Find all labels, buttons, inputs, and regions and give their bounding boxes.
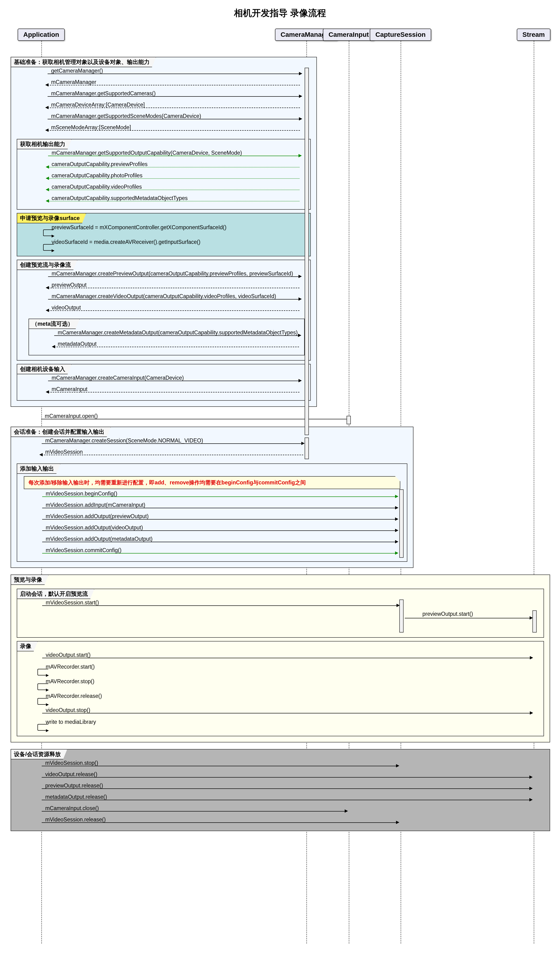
group-request-surface: 申请预览与录像surface previewSurfaceId = mXComp… (17, 213, 311, 256)
msg-create-preview-output: mCameraManager.createPreviewOutput(camer… (17, 271, 310, 282)
group-record: 录像 videoOutput.start() mAVRecorder.start… (17, 641, 544, 736)
msg-add-output-video: mVideoSession.addOutput(videoOutput) (17, 525, 407, 536)
msg-photo-profiles: cameraOutputCapability.photoProfiles (17, 173, 310, 184)
group-add-io: 添加输入输出 每次添加/移除输入输出时，均需要重新进行配置，即add、remov… (17, 463, 407, 562)
activation-stream (532, 610, 537, 632)
msg-preview-output-release: previewOutput.release() (11, 783, 550, 794)
participant-capture-session: CaptureSession (370, 28, 431, 41)
msg-get-supported-cameras: mCameraManager.getSupportedCameras() (11, 91, 316, 102)
msg-session-stop: mVideoSession.stop() (11, 761, 550, 771)
msg-avrecorder-release: mAVRecorder.release() (17, 693, 544, 707)
group-release: 设备/会话资源释放 mVideoSession.stop() videoOutp… (11, 749, 550, 831)
msg-return-camera-manager: mCameraManager (11, 79, 316, 90)
group-label: 预览与录像 (11, 575, 49, 585)
participant-application: Application (18, 28, 65, 41)
activation-cs-2 (400, 600, 404, 632)
note-reconfig: 每次添加/移除输入输出时，均需要重新进行配置，即add、remove操作均需要在… (24, 476, 400, 489)
msg-get-scene-modes: mCameraManager.getSupportedSceneModes(Ca… (11, 113, 316, 124)
msg-metadata-output-release: metadataOutput.release() (11, 794, 550, 805)
msg-return-device-array: mCameraDeviceArray:[CameraDevice] (11, 102, 316, 113)
msg-add-input: mVideoSession.addInput(mCameraInput) (17, 502, 407, 513)
group-output-capability: 获取相机输出能力 mCameraManager.getSupportedOutp… (17, 139, 311, 210)
msg-video-output-release: videoOutput.release() (11, 772, 550, 782)
group-label: 添加输入输出 (17, 463, 61, 474)
msg-add-output-preview: mVideoSession.addOutput(previewOutput) (17, 514, 407, 524)
group-preview-record: 预览与录像 启动会话，默认开启预览流 mVideoSession.start()… (11, 575, 550, 743)
group-label: 启动会话，默认开启预览流 (17, 589, 95, 599)
msg-session-release: mVideoSession.release() (11, 817, 550, 828)
group-create-input: 创建相机设备输入 mCameraManager.createCameraInpu… (17, 364, 311, 401)
msg-metadata-types: cameraOutputCapability.supportedMetadata… (17, 196, 310, 206)
msg-write-media-library: write to mediaLibrary (17, 719, 544, 733)
activation-cs (400, 490, 404, 558)
msg-video-profiles: cameraOutputCapability.videoProfiles (17, 184, 310, 195)
sequence-diagram: 相机开发指导 录像流程 Application CameraManager Ca… (5, 7, 555, 944)
msg-return-session: mVideoSession (11, 449, 413, 460)
msg-preview-output-start: previewOutput.start() (17, 611, 544, 624)
msg-return-metadata-output: metadataOutput (29, 341, 304, 352)
group-label: 创建预览流与录像流 (17, 260, 77, 270)
group-label: 录像 (17, 641, 38, 651)
group-label: 设备/会话资源释放 (11, 749, 67, 759)
group-meta-optional: （meta流可选） mCameraManager.createMetadataO… (28, 319, 305, 355)
group-basic-prepare: 基础准备：获取相机管理对象以及设备对象、输出能力 getCameraManage… (11, 57, 317, 407)
msg-get-output-capability: mCameraManager.getSupportedOutputCapabil… (17, 150, 310, 161)
group-label: 获取相机输出能力 (17, 139, 72, 149)
msg-video-output-start: videoOutput.start() (17, 652, 544, 663)
group-label: （meta流可选） (28, 319, 80, 329)
msg-video-surface-id: videoSurfaceId = media.createAVReceiver(… (17, 239, 310, 253)
msg-commit-config: mVideoSession.commitConfig() (17, 548, 407, 559)
msg-camera-input-close: mCameraInput.close() (11, 806, 550, 816)
msg-add-output-metadata: mVideoSession.addOutput(metadataOutput) (17, 536, 407, 547)
msg-return-scene-modes: mSceneModeArray:[SceneMode] (11, 125, 316, 136)
diagram-title: 相机开发指导 录像流程 (5, 7, 555, 19)
group-create-streams: 创建预览流与录像流 mCameraManager.createPreviewOu… (17, 260, 311, 361)
group-label: 会话准备：创建会话并配置输入输出 (11, 427, 111, 437)
msg-get-camera-manager: getCameraManager() (11, 68, 316, 79)
group-session-prepare: 会话准备：创建会话并配置输入输出 mCameraManager.createSe… (11, 427, 413, 568)
participant-camera-input: CameraInput (323, 28, 374, 41)
msg-create-session: mCameraManager.createSession(SceneMode.N… (11, 438, 413, 449)
msg-avrecorder-stop: mAVRecorder.stop() (17, 678, 544, 692)
msg-create-camera-input: mCameraManager.createCameraInput(CameraD… (17, 375, 310, 386)
group-label: 创建相机设备输入 (17, 364, 72, 374)
msg-preview-surface-id: previewSurfaceId = mXComponentController… (17, 224, 310, 238)
participant-stream: Stream (517, 28, 550, 41)
group-label: 基础准备：获取相机管理对象以及设备对象、输出能力 (11, 57, 156, 67)
msg-return-camera-input: mCameraInput (17, 386, 310, 398)
msg-create-metadata-output: mCameraManager.createMetadataOutput(came… (29, 330, 304, 341)
activation-cm-2 (305, 437, 309, 459)
msg-video-output-stop: videoOutput.stop() (17, 708, 544, 718)
msg-preview-profiles: cameraOutputCapability.previewProfiles (17, 161, 310, 172)
msg-return-preview-output: previewOutput (17, 282, 310, 293)
msg-return-video-output: videoOutput (17, 305, 310, 316)
activation-ci (347, 416, 351, 424)
group-label: 申请预览与录像surface (17, 213, 86, 223)
msg-session-start: mVideoSession.start() (17, 600, 544, 611)
msg-begin-config: mVideoSession.beginConfig() (17, 491, 407, 502)
activation-cm (305, 68, 309, 435)
msg-avrecorder-start: mAVRecorder.start() (17, 664, 544, 678)
group-start-session: 启动会话，默认开启预览流 mVideoSession.start() previ… (17, 589, 544, 638)
msg-create-video-output: mCameraManager.createVideoOutput(cameraO… (17, 294, 310, 304)
